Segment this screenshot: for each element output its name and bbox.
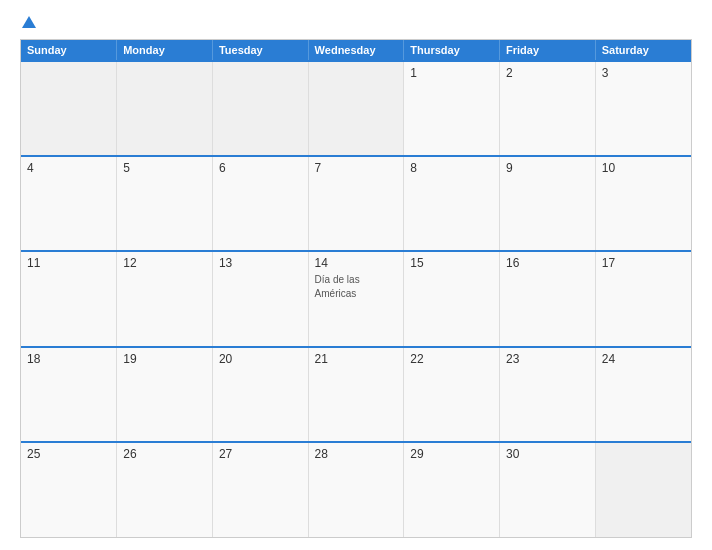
day-number: 11 (27, 256, 110, 270)
day-number: 9 (506, 161, 589, 175)
day-number: 2 (506, 66, 589, 80)
calendar-day-cell: 7 (308, 156, 404, 251)
day-number: 25 (27, 447, 110, 461)
calendar-day-cell (212, 61, 308, 156)
calendar-day-cell: 27 (212, 442, 308, 537)
day-number: 17 (602, 256, 685, 270)
weekday-header-wednesday: Wednesday (308, 40, 404, 61)
calendar-grid: SundayMondayTuesdayWednesdayThursdayFrid… (20, 39, 692, 538)
page-header (20, 16, 692, 29)
calendar-day-cell: 8 (404, 156, 500, 251)
calendar-day-cell: 10 (595, 156, 691, 251)
day-number: 28 (315, 447, 398, 461)
weekday-header-tuesday: Tuesday (212, 40, 308, 61)
calendar-day-cell: 11 (21, 251, 117, 346)
logo (20, 16, 36, 29)
calendar-day-cell: 3 (595, 61, 691, 156)
day-number: 14 (315, 256, 398, 270)
calendar-day-cell (595, 442, 691, 537)
day-number: 23 (506, 352, 589, 366)
calendar-day-cell: 28 (308, 442, 404, 537)
calendar-day-cell: 14Día de las Américas (308, 251, 404, 346)
day-number: 12 (123, 256, 206, 270)
weekday-header-thursday: Thursday (404, 40, 500, 61)
day-number: 10 (602, 161, 685, 175)
day-number: 30 (506, 447, 589, 461)
calendar-day-cell: 29 (404, 442, 500, 537)
calendar-table: SundayMondayTuesdayWednesdayThursdayFrid… (21, 40, 691, 537)
day-number: 20 (219, 352, 302, 366)
day-number: 26 (123, 447, 206, 461)
day-number: 15 (410, 256, 493, 270)
calendar-day-cell: 13 (212, 251, 308, 346)
weekday-header-friday: Friday (500, 40, 596, 61)
calendar-day-cell: 22 (404, 347, 500, 442)
weekday-header-sunday: Sunday (21, 40, 117, 61)
calendar-day-cell (308, 61, 404, 156)
day-number: 21 (315, 352, 398, 366)
calendar-day-cell: 17 (595, 251, 691, 346)
calendar-day-cell: 6 (212, 156, 308, 251)
day-number: 5 (123, 161, 206, 175)
day-number: 29 (410, 447, 493, 461)
calendar-day-cell: 23 (500, 347, 596, 442)
calendar-page: SundayMondayTuesdayWednesdayThursdayFrid… (0, 0, 712, 550)
calendar-day-cell: 24 (595, 347, 691, 442)
logo-triangle-icon (22, 16, 36, 28)
calendar-day-cell: 30 (500, 442, 596, 537)
calendar-day-cell (117, 61, 213, 156)
day-number: 4 (27, 161, 110, 175)
calendar-week-row: 18192021222324 (21, 347, 691, 442)
weekday-header-saturday: Saturday (595, 40, 691, 61)
calendar-week-row: 252627282930 (21, 442, 691, 537)
calendar-day-cell: 25 (21, 442, 117, 537)
calendar-day-cell: 18 (21, 347, 117, 442)
day-number: 1 (410, 66, 493, 80)
weekday-header-monday: Monday (117, 40, 213, 61)
weekday-header-row: SundayMondayTuesdayWednesdayThursdayFrid… (21, 40, 691, 61)
calendar-week-row: 123 (21, 61, 691, 156)
day-number: 19 (123, 352, 206, 366)
calendar-week-row: 45678910 (21, 156, 691, 251)
calendar-week-row: 11121314Día de las Américas151617 (21, 251, 691, 346)
calendar-day-cell: 15 (404, 251, 500, 346)
day-number: 8 (410, 161, 493, 175)
day-number: 22 (410, 352, 493, 366)
day-number: 3 (602, 66, 685, 80)
calendar-day-cell: 5 (117, 156, 213, 251)
calendar-day-cell: 26 (117, 442, 213, 537)
day-number: 16 (506, 256, 589, 270)
holiday-name: Día de las Américas (315, 274, 360, 299)
day-number: 27 (219, 447, 302, 461)
calendar-day-cell (21, 61, 117, 156)
day-number: 6 (219, 161, 302, 175)
day-number: 18 (27, 352, 110, 366)
day-number: 13 (219, 256, 302, 270)
calendar-day-cell: 1 (404, 61, 500, 156)
calendar-day-cell: 9 (500, 156, 596, 251)
calendar-day-cell: 20 (212, 347, 308, 442)
calendar-day-cell: 16 (500, 251, 596, 346)
calendar-day-cell: 21 (308, 347, 404, 442)
day-number: 24 (602, 352, 685, 366)
calendar-day-cell: 19 (117, 347, 213, 442)
day-number: 7 (315, 161, 398, 175)
calendar-day-cell: 2 (500, 61, 596, 156)
calendar-day-cell: 12 (117, 251, 213, 346)
calendar-day-cell: 4 (21, 156, 117, 251)
